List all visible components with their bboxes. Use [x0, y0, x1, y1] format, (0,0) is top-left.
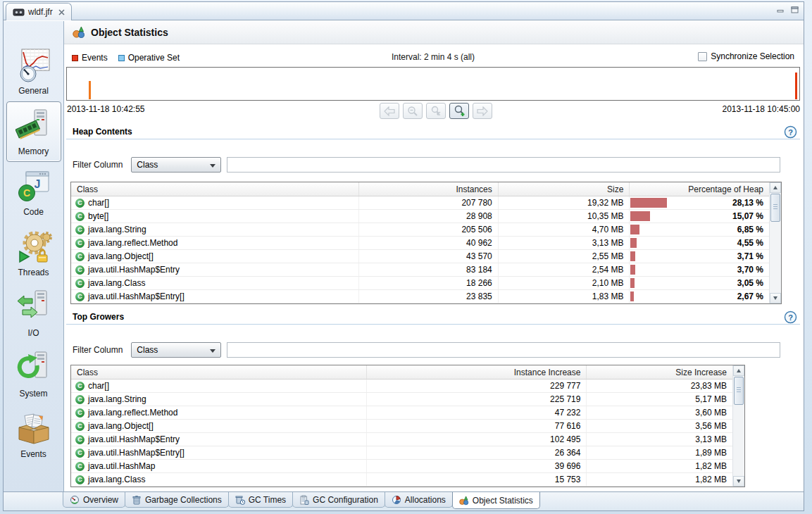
size-value: 3,13 MB [499, 237, 630, 249]
zoom-in-button[interactable] [449, 103, 469, 119]
heap-table-row[interactable]: java.lang.Object[] 43 570 2,55 MB 3,71 % [71, 250, 769, 263]
sidebar-item-io[interactable]: I/O [6, 283, 61, 344]
tab-allocations[interactable]: Allocations [385, 492, 453, 508]
maximize-button[interactable] [791, 6, 799, 13]
class-icon [75, 408, 85, 418]
svg-text:?: ? [788, 313, 793, 322]
instance-increase-value: 77 616 [367, 420, 587, 432]
scrollbar-thumb[interactable] [770, 194, 780, 222]
zoom-selection-button[interactable] [426, 103, 446, 119]
top-growers-table: Class Instance Increase Size Increase ch… [70, 365, 745, 487]
top-growers-help-button[interactable]: ? [784, 311, 797, 324]
editor-body: General Memory JC Code Threads [4, 21, 804, 491]
scroll-up-icon[interactable] [733, 365, 744, 376]
class-icon [75, 462, 85, 471]
column-header-instance-increase[interactable]: Instance Increase [367, 365, 587, 379]
scroll-up-icon[interactable] [770, 182, 781, 193]
heap-table-row[interactable]: java.lang.String 205 506 4,70 MB 6,85 % [71, 223, 769, 237]
sidebar-item-code[interactable]: JC Code [6, 162, 61, 222]
growers-table-row[interactable]: java.util.HashMap$Entry[] 26 364 1,89 MB [71, 446, 732, 460]
heap-percentage-bar [630, 238, 636, 248]
column-header-size-increase[interactable]: Size Increase [587, 365, 732, 379]
synchronize-selection-checkbox[interactable] [698, 52, 707, 61]
growers-table-row[interactable]: java.lang.Class 15 753 1,82 MB [71, 473, 732, 487]
class-name: byte[] [88, 211, 108, 221]
column-header-size[interactable]: Size [499, 182, 630, 196]
growers-table-row[interactable]: java.lang.String 225 719 5,17 MB [71, 393, 732, 406]
window-buttons [777, 6, 799, 13]
close-tab-icon[interactable] [58, 9, 65, 15]
object-statistics-icon [459, 496, 469, 506]
synchronize-selection-label: Synchronize Selection [711, 51, 794, 61]
editor-tab-wldf-jfr[interactable]: wldf.jfr [6, 3, 72, 20]
growers-table-row[interactable]: java.util.HashMap 39 696 1,82 MB [71, 460, 732, 473]
minimize-button[interactable] [777, 6, 785, 13]
growers-table-scrollbar[interactable] [732, 365, 744, 487]
heap-table-row[interactable]: char[] 207 780 19,32 MB 28,13 % [71, 196, 769, 210]
sidebar-item-label: General [18, 86, 49, 96]
heap-percentage-bar [630, 211, 650, 221]
sidebar-item-general[interactable]: General [6, 41, 61, 101]
zoom-out-button[interactable] [403, 103, 423, 119]
column-header-class[interactable]: Class [71, 182, 359, 196]
trash-clock-icon [235, 495, 245, 505]
history-forward-button[interactable] [473, 103, 492, 119]
scrollbar-thumb[interactable] [734, 377, 744, 405]
tab-gc-configuration[interactable]: GC Configuration [292, 492, 385, 508]
top-growers-title: Top Growers [73, 312, 124, 322]
scroll-down-icon[interactable] [733, 476, 744, 487]
class-icon [75, 292, 85, 301]
tab-overview[interactable]: Overview [63, 492, 125, 508]
growers-table-row[interactable]: char[] 229 777 23,83 MB [71, 380, 732, 393]
growers-filter-column-select[interactable]: Class [131, 342, 221, 358]
memory-icon [15, 108, 52, 144]
overview-icon [70, 495, 80, 505]
class-name: java.util.HashMap [88, 461, 155, 471]
size-increase-value: 3,13 MB [587, 433, 732, 446]
heap-filter-input[interactable] [227, 157, 780, 173]
tab-garbage-collections[interactable]: Garbage Collections [125, 492, 229, 508]
code-icon: JC [15, 168, 52, 205]
heap-filter-column-select[interactable]: Class [131, 157, 221, 173]
growers-filter-input[interactable] [227, 342, 780, 358]
sidebar-item-system[interactable]: System [6, 344, 61, 404]
timeline-chart[interactable] [66, 67, 800, 101]
size-value: 19,32 MB [499, 196, 630, 209]
class-name: java.util.HashMap$Entry [88, 265, 180, 275]
percentage-value: 3,05 % [737, 278, 763, 288]
heap-contents-help-button[interactable]: ? [784, 125, 797, 139]
heap-filter-row: Filter Column Class [73, 156, 780, 173]
section-divider [66, 324, 800, 325]
column-header-percentage[interactable]: Percentage of Heap [630, 182, 769, 196]
filter-column-label: Filter Column [73, 160, 123, 170]
object-statistics-page: Object Statistics Events Operative Set I… [64, 21, 804, 491]
growers-table-row[interactable]: java.util.HashMap$Entry 102 495 3,13 MB [71, 433, 732, 446]
size-increase-value: 1,82 MB [587, 460, 732, 472]
sidebar-item-events[interactable]: Events [6, 404, 61, 465]
column-header-class[interactable]: Class [71, 365, 367, 379]
percentage-value: 3,71 % [737, 251, 763, 261]
chevron-down-icon [210, 349, 216, 353]
tab-object-statistics[interactable]: Object Statistics [452, 492, 540, 509]
column-header-instances[interactable]: Instances [359, 182, 499, 196]
chevron-down-icon [210, 164, 216, 168]
heap-table-row[interactable]: byte[] 28 908 10,35 MB 15,07 % [71, 210, 769, 223]
instances-value: 40 962 [359, 237, 499, 249]
class-icon [75, 435, 85, 444]
tab-gc-times[interactable]: GC Times [228, 492, 293, 508]
sidebar-item-memory[interactable]: Memory [6, 101, 61, 162]
heap-table-scrollbar[interactable] [769, 182, 781, 303]
growers-table-row[interactable]: java.lang.reflect.Method 47 232 3,60 MB [71, 406, 732, 420]
page-title: Object Statistics [91, 27, 168, 38]
heap-table-row[interactable]: java.util.HashMap$Entry 83 184 2,54 MB 3… [71, 263, 769, 277]
growers-table-row[interactable]: java.lang.Object[] 77 616 3,56 MB [71, 420, 732, 433]
heap-table-row[interactable]: java.util.HashMap$Entry[] 23 835 1,83 MB… [71, 290, 769, 303]
heap-contents-table: Class Instances Size Percentage of Heap … [70, 182, 782, 304]
history-back-button[interactable] [380, 103, 399, 119]
heap-table-row[interactable]: java.lang.reflect.Method 40 962 3,13 MB … [71, 237, 769, 250]
scroll-down-icon[interactable] [770, 293, 781, 303]
heap-table-row[interactable]: java.lang.Class 18 266 2,10 MB 3,05 % [71, 277, 769, 290]
sidebar-item-threads[interactable]: Threads [6, 222, 61, 283]
sidebar-item-label: Memory [18, 146, 49, 156]
class-name: char[] [88, 381, 109, 391]
